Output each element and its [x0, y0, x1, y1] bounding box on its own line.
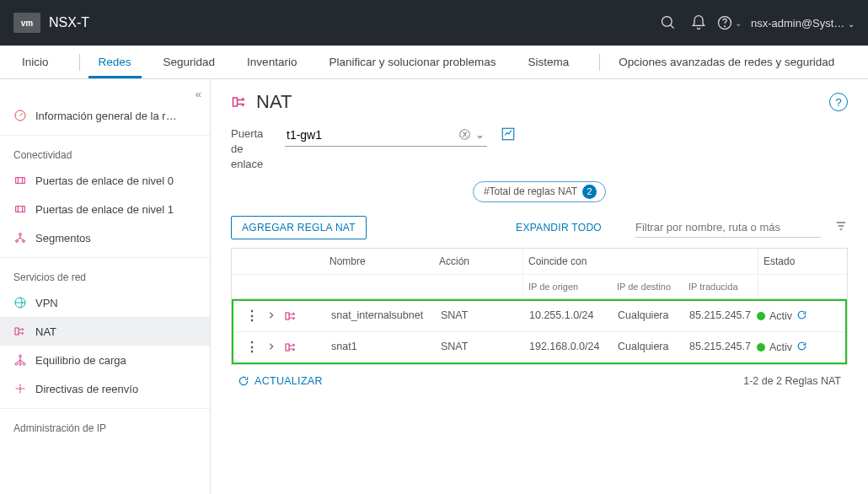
sidebar-item-label: Puertas de enlace de nivel 0: [35, 175, 174, 187]
sidebar-item-loadbalance[interactable]: Equilibrio de carga: [0, 346, 210, 374]
clear-icon[interactable]: ⓧ: [457, 127, 473, 142]
cell-status: Activ: [769, 341, 792, 353]
gateway-selector[interactable]: ⓧ ⌄: [285, 123, 487, 147]
sidebar-item-label: VPN: [35, 297, 58, 309]
svg-point-8: [23, 240, 25, 243]
dashboard-icon: [13, 109, 27, 122]
filter-icon[interactable]: [834, 219, 848, 235]
cell-name: snat_internalsubnet: [326, 309, 436, 321]
help-icon[interactable]: ?: [829, 93, 848, 111]
row-count-label: 1-2 de 2 Reglas NAT: [743, 375, 841, 387]
svg-point-15: [23, 362, 25, 365]
sidebar-item-label: Información general de la r…: [35, 110, 177, 122]
cell-status: Activ: [769, 310, 792, 322]
tab-redes[interactable]: Redes: [88, 46, 142, 78]
sidebar-item-label: Puertas de enlace de nivel 1: [35, 203, 174, 216]
tier0-gateway-icon: [13, 174, 27, 187]
expand-all-button[interactable]: EXPANDIR TODO: [516, 222, 602, 234]
gateway-input[interactable]: [285, 128, 457, 142]
tab-inicio[interactable]: Inicio: [12, 46, 59, 78]
user-menu[interactable]: nsx-admin@Syst… ⌄: [751, 17, 855, 30]
nat-rules-count-badge[interactable]: #Total de reglas NAT 2: [473, 181, 606, 202]
page-title: NAT: [256, 91, 292, 113]
tab-inventario[interactable]: Inventario: [237, 46, 307, 78]
svg-rect-6: [16, 207, 25, 212]
tab-planificar[interactable]: Planificar y solucionar problemas: [319, 46, 506, 78]
col-dst: IP de destino: [612, 275, 683, 298]
tab-sistema[interactable]: Sistema: [518, 46, 580, 78]
load-balance-icon: [13, 353, 27, 367]
row-menu-icon[interactable]: ⋮: [245, 341, 259, 354]
cell-action: SNAT: [436, 309, 524, 321]
cell-dst: Cualquiera: [613, 341, 684, 352]
sidebar-item-segments[interactable]: Segmentos: [0, 223, 210, 252]
help-menu-icon[interactable]: ⌄: [714, 8, 744, 38]
cell-trans: 85.215.245.7: [684, 309, 757, 321]
nat-rule-icon: [284, 309, 297, 323]
svg-point-3: [725, 26, 726, 27]
row-menu-icon[interactable]: ⋮: [245, 309, 259, 323]
sidebar-item-vpn[interactable]: VPN: [0, 288, 210, 317]
table-row[interactable]: ⋮ snat1 SNAT 192.168.0.0/24 Cualquiera 8…: [233, 332, 845, 362]
col-name: Nombre: [324, 249, 434, 274]
refresh-button[interactable]: ACTUALIZAR: [238, 375, 323, 387]
sidebar-item-label: Segmentos: [35, 232, 91, 244]
svg-rect-5: [16, 178, 25, 184]
sidebar-item-tier0[interactable]: Puertas de enlace de nivel 0: [0, 166, 210, 195]
table-row[interactable]: ⋮ snat_internalsubnet SNAT 10.255.1.0/24…: [233, 301, 845, 332]
sidebar-item-forwarding[interactable]: Directivas de reenvío: [0, 374, 210, 403]
sidebar-item-tier1[interactable]: Puertas de enlace de nivel 1: [0, 195, 210, 223]
filter-input[interactable]: [635, 217, 821, 238]
badge-count: 2: [582, 185, 597, 199]
table-subheader: IP de origen IP de destino IP traducida: [232, 275, 847, 299]
sidebar-item-nat[interactable]: NAT: [0, 317, 210, 346]
tab-seguridad[interactable]: Seguridad: [153, 46, 226, 78]
segments-icon: [13, 231, 27, 244]
nat-page-icon: [231, 94, 248, 110]
collapse-sidebar-icon[interactable]: «: [196, 88, 201, 100]
vpn-icon: [13, 296, 27, 309]
svg-point-0: [662, 17, 672, 27]
tab-opciones-avanzadas[interactable]: Opciones avanzadas de redes y seguridad: [608, 46, 844, 78]
status-dot-icon: [757, 312, 765, 320]
status-dot-icon: [757, 343, 765, 352]
col-status: Estado: [758, 249, 847, 274]
main-content: NAT ? Puerta de enlace ⓧ ⌄ #Total de reg…: [211, 79, 868, 494]
sidebar-section-ipadmin: Administración de IP: [0, 414, 210, 439]
expand-row-icon[interactable]: [267, 310, 276, 322]
vmware-logo: vm: [13, 13, 40, 33]
bell-icon[interactable]: [683, 8, 714, 38]
nat-rule-icon: [284, 341, 297, 354]
cell-trans: 85.215.245.7: [684, 341, 757, 352]
sidebar-item-label: NAT: [35, 325, 56, 338]
table-body-highlighted: ⋮ snat_internalsubnet SNAT 10.255.1.0/24…: [232, 299, 847, 364]
sidebar-item-label: Directivas de reenvío: [35, 383, 138, 395]
sidebar-section-netservices: Servicios de red: [0, 263, 210, 288]
product-name: NSX-T: [49, 15, 89, 30]
chart-icon[interactable]: [501, 126, 516, 142]
refresh-row-icon[interactable]: [796, 309, 807, 323]
col-src: IP de origen: [523, 275, 612, 298]
refresh-row-icon[interactable]: [796, 341, 807, 354]
col-action: Acción: [434, 249, 522, 274]
svg-rect-23: [286, 344, 289, 351]
expand-row-icon[interactable]: [267, 341, 276, 353]
cell-src: 192.168.0.0/24: [524, 341, 613, 352]
forwarding-icon: [13, 382, 27, 395]
chevron-down-icon[interactable]: ⌄: [473, 128, 487, 141]
search-icon[interactable]: [653, 8, 683, 38]
svg-point-12: [19, 355, 22, 357]
svg-rect-17: [233, 98, 238, 106]
svg-point-7: [16, 240, 19, 243]
main-tabs: Inicio Redes Seguridad Inventario Planif…: [0, 46, 868, 79]
svg-point-16: [19, 388, 22, 390]
svg-rect-22: [286, 313, 289, 319]
svg-point-13: [15, 362, 18, 365]
add-nat-rule-button[interactable]: AGREGAR REGLA NAT: [231, 216, 367, 239]
sidebar: « Información general de la r… Conectivi…: [0, 79, 211, 494]
sidebar-item-label: Equilibrio de carga: [35, 354, 126, 367]
app-header: vm NSX-T ⌄ nsx-admin@Syst… ⌄: [0, 0, 868, 46]
nat-icon: [13, 325, 27, 338]
sidebar-item-overview[interactable]: Información general de la r…: [0, 101, 210, 130]
cell-src: 10.255.1.0/24: [524, 309, 613, 321]
